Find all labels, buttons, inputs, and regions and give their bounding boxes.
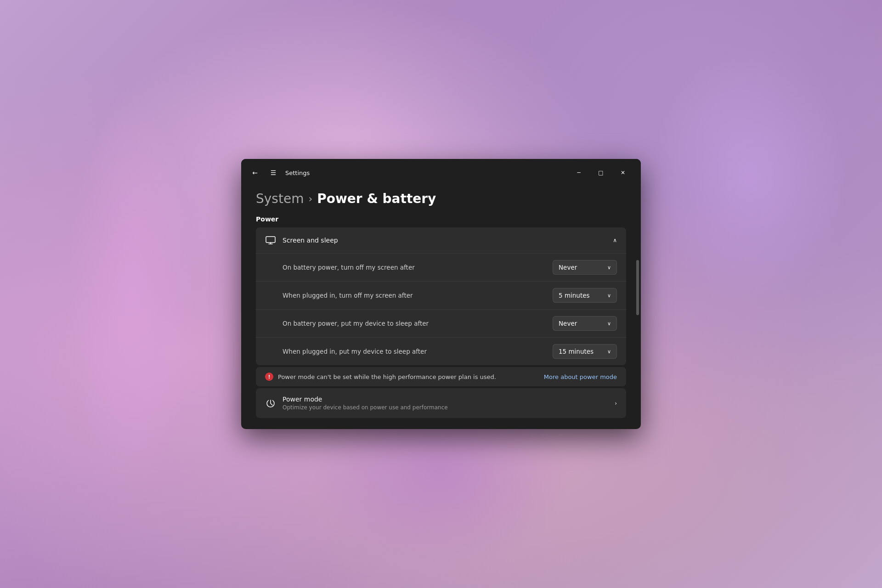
scrollbar-track[interactable]	[636, 260, 639, 420]
screen-sleep-title: Screen and sleep	[283, 237, 338, 244]
window-title: Settings	[285, 170, 310, 176]
battery-screen-dropdown-arrow: ∨	[607, 265, 611, 271]
battery-sleep-row: On battery power, put my device to sleep…	[256, 309, 626, 337]
menu-button[interactable]: ☰	[267, 166, 280, 179]
power-mode-text: Power mode Optimize your device based on…	[283, 396, 448, 411]
plugged-screen-value: 5 minutes	[559, 292, 590, 299]
screen-icon	[265, 235, 276, 246]
page-title: Power & battery	[317, 191, 436, 206]
svg-rect-0	[266, 237, 275, 243]
battery-sleep-dropdown-arrow: ∨	[607, 321, 611, 327]
title-bar-left: ← ☰ Settings	[249, 166, 310, 179]
plugged-sleep-value: 15 minutes	[559, 348, 594, 355]
back-icon: ←	[252, 169, 258, 176]
plugged-screen-label: When plugged in, turn off my screen afte…	[283, 292, 413, 299]
screen-sleep-chevron: ∧	[613, 237, 617, 243]
breadcrumb-system[interactable]: System	[256, 191, 304, 206]
breadcrumb-chevron: ›	[308, 193, 312, 204]
power-mode-icon	[265, 398, 276, 409]
battery-screen-value: Never	[559, 264, 577, 271]
power-mode-chevron: ›	[615, 400, 617, 407]
close-icon: ✕	[621, 170, 625, 176]
power-mode-subtitle: Optimize your device based on power use …	[283, 404, 448, 411]
menu-icon: ☰	[271, 169, 277, 176]
plugged-screen-dropdown-arrow: ∨	[607, 293, 611, 299]
maximize-icon: □	[598, 170, 603, 176]
settings-window: ← ☰ Settings ─ □ ✕ System › Power & batt…	[241, 159, 641, 429]
screen-sleep-card-header[interactable]: Screen and sleep ∧	[256, 227, 626, 253]
title-bar: ← ☰ Settings ─ □ ✕	[241, 159, 641, 185]
plugged-sleep-dropdown[interactable]: 15 minutes ∨	[553, 344, 617, 359]
power-mode-info-link[interactable]: More about power mode	[544, 373, 617, 380]
battery-sleep-dropdown[interactable]: Never ∨	[553, 316, 617, 331]
power-mode-left: Power mode Optimize your device based on…	[265, 396, 448, 411]
power-mode-title: Power mode	[283, 396, 448, 403]
content-area: System › Power & battery Power Screen an…	[241, 185, 641, 429]
back-button[interactable]: ←	[249, 166, 261, 179]
battery-sleep-label: On battery power, put my device to sleep…	[283, 320, 429, 327]
minimize-button[interactable]: ─	[568, 165, 589, 180]
battery-sleep-value: Never	[559, 320, 577, 327]
power-section-label: Power	[256, 215, 626, 223]
scrollbar-thumb[interactable]	[636, 260, 639, 315]
power-mode-row[interactable]: Power mode Optimize your device based on…	[256, 388, 626, 418]
warning-bar-left: ! Power mode can't be set while the high…	[265, 373, 496, 381]
screen-sleep-card: Screen and sleep ∧ On battery power, tur…	[256, 227, 626, 365]
window-controls: ─ □ ✕	[568, 165, 633, 180]
warning-bar: ! Power mode can't be set while the high…	[256, 367, 626, 386]
plugged-sleep-dropdown-arrow: ∨	[607, 349, 611, 355]
minimize-icon: ─	[577, 170, 580, 176]
maximize-button[interactable]: □	[590, 165, 611, 180]
warning-icon: !	[265, 373, 273, 381]
plugged-sleep-label: When plugged in, put my device to sleep …	[283, 348, 427, 355]
battery-screen-row: On battery power, turn off my screen aft…	[256, 253, 626, 281]
plugged-screen-row: When plugged in, turn off my screen afte…	[256, 281, 626, 309]
breadcrumb: System › Power & battery	[256, 189, 626, 206]
close-button[interactable]: ✕	[612, 165, 633, 180]
warning-text: Power mode can't be set while the high p…	[278, 373, 496, 380]
battery-screen-label: On battery power, turn off my screen aft…	[283, 264, 415, 271]
plugged-screen-dropdown[interactable]: 5 minutes ∨	[553, 288, 617, 303]
battery-screen-dropdown[interactable]: Never ∨	[553, 260, 617, 275]
plugged-sleep-row: When plugged in, put my device to sleep …	[256, 337, 626, 365]
card-header-left: Screen and sleep	[265, 235, 338, 246]
